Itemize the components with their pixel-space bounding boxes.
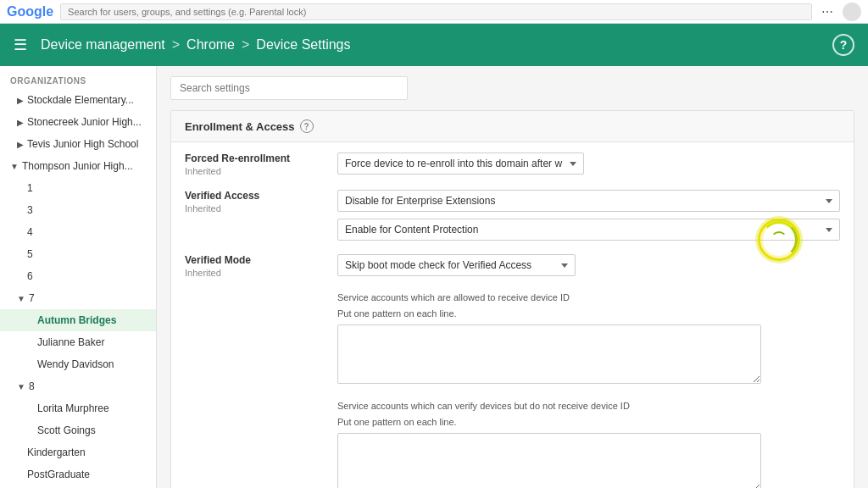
sidebar-label-kindergarten: Kindergarten <box>27 446 86 458</box>
sidebar: ORGANIZATIONS ▶ Stockdale Elementary...▶… <box>0 66 157 488</box>
breadcrumb-sep2: > <box>242 37 249 53</box>
sidebar-item-g6[interactable]: 6 <box>0 265 156 287</box>
sidebar-label-g7: 7 <box>29 292 35 304</box>
service-accounts-allowed-textarea[interactable] <box>337 324 761 384</box>
more-options-icon[interactable]: ⋯ <box>819 3 836 20</box>
forced-reenrollment-select[interactable]: Force device to re-enroll into this doma… <box>337 152 584 175</box>
spinner-inner <box>771 231 787 248</box>
verified-mode-label: Verified Mode <box>185 254 324 266</box>
sidebar-label-lorita: Lorita Murphree <box>37 402 109 414</box>
main-layout: ORGANIZATIONS ▶ Stockdale Elementary...▶… <box>0 66 868 488</box>
service-accounts-verify-desc2: Put one pattern on each line. <box>337 416 840 429</box>
loading-spinner <box>758 219 800 261</box>
breadcrumb-part1[interactable]: Device management <box>41 37 165 53</box>
search-settings-input[interactable] <box>170 76 408 100</box>
top-bar-icons: ⋯ <box>819 3 861 21</box>
service-accounts-allowed-desc1: Service accounts which are allowed to re… <box>337 291 840 304</box>
app-header: ☰ Device management > Chrome > Device Se… <box>0 24 868 66</box>
section-header: Enrollment & Access ? <box>171 111 854 142</box>
sidebar-item-g3[interactable]: 3 <box>0 199 156 221</box>
sidebar-arrow-g7: ▼ <box>17 294 25 303</box>
user-avatar[interactable] <box>843 3 861 21</box>
sidebar-item-g5[interactable]: 5 <box>0 243 156 265</box>
spinner-circle <box>760 221 798 258</box>
help-icon[interactable]: ? <box>832 34 854 56</box>
breadcrumb-sep1: > <box>172 37 180 53</box>
verified-mode-select[interactable]: Skip boot mode check for Verified Access… <box>337 254 576 276</box>
section-title: Enrollment & Access <box>185 120 295 133</box>
forced-reenrollment-sub: Inherited <box>185 166 324 176</box>
sidebar-label-g5: 5 <box>27 248 33 260</box>
sidebar-arrow-stonecreek: ▶ <box>17 118 24 127</box>
sidebar-item-g8[interactable]: ▼ 8 <box>0 375 156 397</box>
google-logo: Google <box>7 4 53 19</box>
sidebar-label-g4: 4 <box>27 226 33 238</box>
verified-mode-row: Verified Mode Inherited Skip boot mode c… <box>185 254 840 278</box>
sidebar-item-julianne[interactable]: Julianne Baker <box>0 331 156 353</box>
breadcrumb-part3: Device Settings <box>256 37 350 53</box>
sidebar-item-tevis[interactable]: ▶ Tevis Junior High School <box>0 133 156 155</box>
service-accounts-allowed-desc2: Put one pattern on each line. <box>337 308 840 320</box>
browser-top-bar: Google ⋯ <box>0 0 868 24</box>
sidebar-label-g3: 3 <box>27 204 33 216</box>
sidebar-label-stockdale: Stockdale Elementary... <box>27 94 134 106</box>
sidebar-label-julianne: Julianne Baker <box>37 336 104 348</box>
sidebar-item-postgraduate[interactable]: PostGraduate <box>0 463 156 485</box>
sidebar-label-wendy: Wendy Davidson <box>37 358 114 370</box>
sidebar-label-g6: 6 <box>27 270 33 282</box>
forced-reenrollment-row: Forced Re-enrollment Inherited Force dev… <box>185 152 840 176</box>
breadcrumb-part2[interactable]: Chrome <box>186 37 235 53</box>
sidebar-item-stockdale[interactable]: ▶ Stockdale Elementary... <box>0 89 156 111</box>
sidebar-arrow-g8: ▼ <box>17 382 25 391</box>
sidebar-label-tevis: Tevis Junior High School <box>27 138 138 150</box>
sidebar-arrow-tevis: ▶ <box>17 140 24 149</box>
sidebar-item-stonecreek[interactable]: ▶ Stonecreek Junior High... <box>0 111 156 133</box>
service-accounts-verify-desc1: Service accounts which can verify device… <box>337 400 840 413</box>
sidebar-label-autumn: Autumn Bridges <box>37 314 116 326</box>
verified-access-row: Verified Access Inherited Disable for En… <box>185 190 840 241</box>
sidebar-label-stonecreek: Stonecreek Junior High... <box>27 116 142 128</box>
sidebar-label-scott: Scott Goings <box>37 424 96 436</box>
enrollment-section: Enrollment & Access ? Forced Re-enrollme… <box>170 110 854 488</box>
sidebar-item-thompson[interactable]: ▼ Thompson Junior High... <box>0 155 156 177</box>
breadcrumb: Device management > Chrome > Device Sett… <box>41 37 351 53</box>
sidebar-item-g4[interactable]: 4 <box>0 221 156 243</box>
sidebar-section-label: ORGANIZATIONS <box>0 69 156 89</box>
spinner-wrapper <box>758 219 800 261</box>
sidebar-item-autumn[interactable]: Autumn Bridges <box>0 309 156 331</box>
sidebar-label-postgraduate: PostGraduate <box>27 469 90 480</box>
verified-access-sub: Inherited <box>185 203 324 214</box>
verified-access-label: Verified Access <box>185 190 324 202</box>
service-accounts-verify-row: Service accounts which can verify device… <box>185 400 840 488</box>
sidebar-label-g1: 1 <box>27 182 33 194</box>
sidebar-arrow-stockdale: ▶ <box>17 96 24 105</box>
sidebar-item-kindergarten[interactable]: Kindergarten <box>0 441 156 463</box>
hamburger-menu-icon[interactable]: ☰ <box>14 36 27 54</box>
sidebar-item-g1[interactable]: 1 <box>0 177 156 199</box>
content-area: Enrollment & Access ? Forced Re-enrollme… <box>157 66 868 488</box>
browser-search-input[interactable] <box>60 3 812 20</box>
sidebar-label-g8: 8 <box>29 380 35 392</box>
sidebar-arrow-thompson: ▼ <box>10 162 19 171</box>
service-accounts-allowed-row: Service accounts which are allowed to re… <box>185 291 840 386</box>
sidebar-item-wendy[interactable]: Wendy Davidson <box>0 353 156 375</box>
info-icon[interactable]: ? <box>300 119 314 133</box>
sidebar-item-scott[interactable]: Scott Goings <box>0 419 156 441</box>
settings-body: Forced Re-enrollment Inherited Force dev… <box>171 142 854 488</box>
service-accounts-verify-textarea[interactable] <box>337 433 761 488</box>
verified-access-select1[interactable]: Disable for Enterprise ExtensionsEnable … <box>337 190 840 212</box>
forced-reenrollment-label: Forced Re-enrollment <box>185 152 324 164</box>
sidebar-item-lorita[interactable]: Lorita Murphree <box>0 397 156 419</box>
verified-mode-sub: Inherited <box>185 268 324 278</box>
sidebar-label-thompson: Thompson Junior High... <box>22 160 133 172</box>
search-settings-bar <box>170 76 854 100</box>
sidebar-item-g7[interactable]: ▼ 7 <box>0 287 156 309</box>
